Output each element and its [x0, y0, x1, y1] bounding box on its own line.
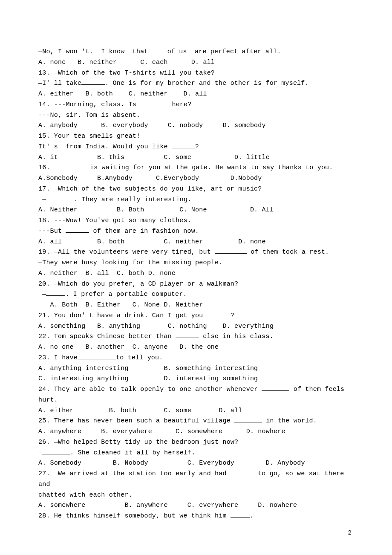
document-page: —No, I won 't. I know thatof us are perf…	[0, 0, 392, 555]
blank	[81, 79, 105, 85]
text: —No, I won 't. I know that	[38, 48, 148, 55]
text: 25. There has never been such a beautifu…	[38, 417, 234, 425]
q13-options: A. either B. both C. neither D. all	[38, 89, 354, 100]
q26-line2: —. She cleaned it all by herself.	[38, 448, 354, 459]
text: —I' ll take	[38, 80, 81, 87]
text: . She cleaned it all by herself.	[70, 449, 195, 457]
q20-options: A. Both B. Either C. None D. Neither	[38, 300, 354, 311]
q25-options: A. anywhere B. everywhere C. somewhere D…	[38, 427, 354, 437]
q17-line: 17. —Which of the two subjects do you li…	[38, 184, 354, 195]
blank	[234, 416, 262, 423]
q27-line: 27. We arrived at the station too early …	[38, 469, 354, 490]
text: to tell you.	[116, 354, 163, 361]
blank	[66, 226, 89, 233]
blank	[78, 353, 116, 359]
blank	[148, 47, 167, 54]
q19-line: 19. —All the volunteers were very tired,…	[38, 247, 354, 258]
text: here?	[168, 101, 191, 108]
q17-line2: —. They are really interesting.	[38, 195, 354, 205]
text: ?	[231, 312, 234, 319]
q28-line: 28. He thinks himself somebody, but we t…	[38, 511, 354, 522]
q19-line2: —They were busy looking for the missing …	[38, 258, 354, 269]
q22-line: 22. Tom speaks Chinese better than else …	[38, 332, 354, 342]
q18-line: 18. ---Wow! You've got so many clothes.	[38, 216, 354, 226]
blank	[42, 448, 70, 454]
q12-options: A. none B. neither C. each D. all	[38, 58, 354, 68]
q20-line: 20. —Which do you prefer, a CD player or…	[38, 279, 354, 290]
q23-line: 23. I haveto tell you.	[38, 353, 354, 364]
blank	[46, 290, 65, 296]
q18-options: A. all B. both C. neither D. none	[38, 237, 354, 248]
q14-line: 14. ---Morning, class. Is here?	[38, 100, 354, 110]
q15-line: 15. Your tea smells great!	[38, 131, 354, 142]
blank	[140, 100, 168, 106]
text: 23. I have	[38, 354, 78, 361]
q23-options-ab: A. anything interesting B. something int…	[38, 364, 354, 374]
q27-options: A. somewhere B. anywhere C. everywhere D…	[38, 500, 354, 511]
q12-line: —No, I won 't. I know thatof us are perf…	[38, 47, 354, 58]
text: in the world.	[262, 417, 317, 425]
blank	[46, 195, 74, 201]
text: else in his class.	[199, 333, 274, 340]
blank	[231, 469, 254, 476]
q22-options: A. no one B. another C. anyone D. the on…	[38, 342, 354, 353]
text: . I prefer a portable computer.	[65, 291, 187, 298]
q17-options: A. Neither B. Both C. None D. All	[38, 205, 354, 216]
text: It' s from India. Would you like	[38, 143, 172, 150]
q21-options: A. something B. anything C. nothing D. e…	[38, 321, 354, 332]
q16-options: A.Somebody B.Anybody C.Everybody D.Nobod…	[38, 173, 354, 184]
text: ---But	[38, 228, 66, 235]
text: 24. They are able to talk openly to one …	[38, 386, 262, 393]
q19-options: A. neither B. all C. both D. none	[38, 269, 354, 279]
q20-line2: —. I prefer a portable computer.	[38, 289, 354, 300]
text: ?	[195, 143, 199, 150]
q23-options-cd: C. interesting anything D. interesting s…	[38, 374, 354, 384]
blank	[215, 248, 247, 254]
text: 19. —All the volunteers were very tired,…	[38, 249, 215, 256]
q16-line: 16. is waiting for you at the gate. He w…	[38, 163, 354, 173]
text: of us are perfect after all.	[167, 48, 281, 55]
text: —	[38, 291, 46, 298]
q15-options: A. it B. this C. some D. little	[38, 153, 354, 163]
text: . One is for my brother and the other is…	[105, 80, 308, 87]
q26-line: 26. —Who helped Betty tidy up the bedroo…	[38, 437, 354, 448]
q21-line: 21. You don' t have a drink. Can I get y…	[38, 311, 354, 321]
q26-options: A. Somebody B. Nobody C. Everybody D. An…	[38, 458, 354, 469]
text: is waiting for you at the gate. He wants…	[86, 164, 333, 171]
q24-line: 24. They are able to talk openly to one …	[38, 384, 354, 395]
text: of them feels	[289, 386, 344, 393]
blank	[54, 163, 86, 170]
q14-options: A. anybody B. everybody C. nobody D. som…	[38, 121, 354, 131]
blank	[262, 385, 289, 391]
q18-line2: ---But of them are in fashion now.	[38, 226, 354, 237]
blank	[172, 142, 195, 148]
q15-line2: It' s from India. Would you like ?	[38, 142, 354, 153]
text: 28. He thinks himself somebody, but we t…	[38, 512, 231, 520]
text: 22. Tom speaks Chinese better than	[38, 333, 176, 340]
blank	[176, 332, 199, 338]
text: 16.	[38, 164, 54, 171]
q24-line2: hurt.	[38, 395, 354, 406]
blank	[231, 512, 250, 518]
text: —	[38, 196, 46, 203]
text: . They are really interesting.	[74, 196, 191, 203]
q13-line2: —I' ll take. One is for my brother and t…	[38, 78, 354, 89]
text: of them took a rest.	[247, 249, 329, 256]
q13-line: 13. —Which of the two T-shirts will you …	[38, 68, 354, 79]
text: 27. We arrived at the station too early …	[38, 470, 231, 477]
text: 14. ---Morning, class. Is	[38, 101, 140, 108]
q27-line2: chatted with each other.	[38, 490, 354, 501]
blank	[207, 311, 231, 317]
text: of them are in fashion now.	[89, 228, 199, 235]
text: 21. You don' t have a drink. Can I get y…	[38, 312, 207, 319]
q14-line2: ---No, sir. Tom is absent.	[38, 110, 354, 121]
q24-options: A. either B. both C. some D. all	[38, 406, 354, 416]
q25-line: 25. There has never been such a beautifu…	[38, 416, 354, 427]
page-number: 2	[348, 528, 352, 538]
text: .	[250, 512, 254, 520]
text: —	[38, 449, 42, 457]
